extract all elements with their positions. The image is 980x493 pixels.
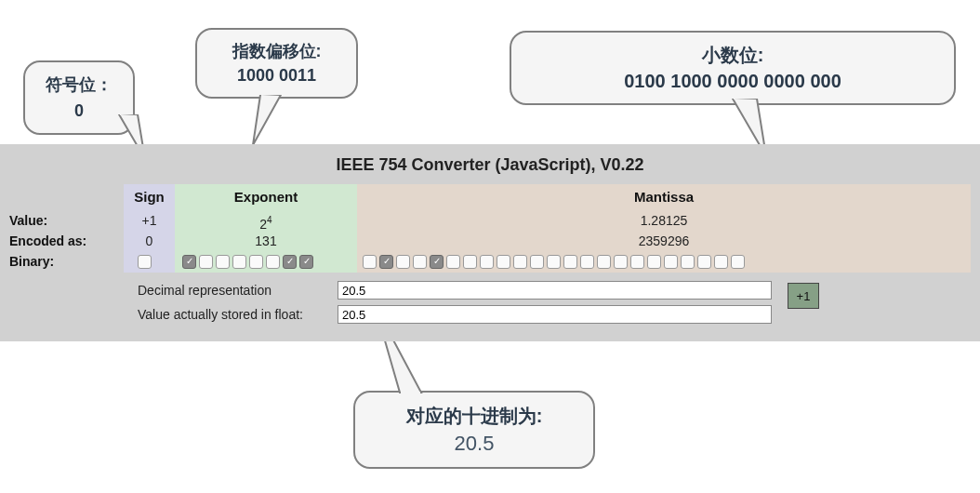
mantissa-bit-8[interactable] [497, 255, 510, 269]
exponent-bit-6[interactable] [283, 255, 297, 269]
row-labels: Value: Encoded as: Binary: [9, 210, 86, 272]
exponent-encoded: 131 [175, 231, 357, 251]
exponent-bit-3[interactable] [232, 255, 246, 269]
mantissa-bit-2[interactable] [396, 255, 410, 269]
inputs-area: Decimal representation Value actually st… [138, 279, 956, 327]
callout-decimal-label: 对应的十进制为: [372, 402, 576, 430]
label-binary: Binary: [9, 251, 86, 272]
callout-sign-text: 符号位：0 [46, 75, 113, 120]
mantissa-bit-12[interactable] [563, 255, 577, 269]
label-value: Value: [9, 210, 86, 231]
label-encoded: Encoded as: [9, 231, 86, 251]
mantissa-value: 1.28125 [357, 210, 971, 231]
exponent-bit-0[interactable] [182, 255, 196, 269]
exponent-bit-4[interactable] [249, 255, 263, 269]
callout-mantissa: 小数位: 0100 1000 0000 0000 000 [510, 31, 956, 105]
callout-exponent-bits: 1000 0011 [214, 63, 339, 87]
mantissa-bit-22[interactable] [731, 255, 745, 269]
mantissa-bit-11[interactable] [547, 255, 561, 269]
sign-encoded: 0 [124, 231, 175, 251]
mantissa-bit-20[interactable] [697, 255, 711, 269]
callout-exponent: 指数偏移位: 1000 0011 [195, 28, 358, 99]
exponent-bit-5[interactable] [266, 255, 280, 269]
mantissa-bit-18[interactable] [664, 255, 678, 269]
callout-decimal: 对应的十进制为: 20.5 [353, 391, 595, 469]
svg-marker-2 [253, 95, 281, 145]
exponent-header: Exponent [175, 184, 357, 210]
mantissa-bit-9[interactable] [513, 255, 527, 269]
exponent-bit-2[interactable] [216, 255, 230, 269]
exponent-bit-1[interactable] [199, 255, 213, 269]
sign-value: +1 [124, 210, 175, 231]
exponent-bit-7[interactable] [299, 255, 313, 269]
mantissa-bits-row [363, 251, 745, 272]
mantissa-bit-10[interactable] [530, 255, 544, 269]
exponent-value: 24 [175, 210, 357, 231]
converter-title: IEEE 754 Converter (JavaScript), V0.22 [0, 155, 980, 175]
stored-value-input[interactable] [338, 305, 772, 324]
callout-mantissa-bits: 0100 1000 0000 0000 000 [528, 68, 937, 94]
mantissa-bit-5[interactable] [446, 255, 460, 269]
mantissa-bit-7[interactable] [480, 255, 494, 269]
callout-sign: 符号位：0 [23, 60, 135, 135]
mantissa-bit-17[interactable] [647, 255, 661, 269]
mantissa-bit-4[interactable] [430, 255, 444, 269]
mantissa-encoded: 2359296 [357, 231, 971, 251]
mantissa-bit-13[interactable] [580, 255, 594, 269]
increment-button[interactable]: +1 [788, 283, 819, 309]
mantissa-bit-14[interactable] [597, 255, 611, 269]
decimal-repr-label: Decimal representation [138, 283, 338, 298]
callout-decimal-value: 20.5 [372, 430, 576, 458]
converter-panel: IEEE 754 Converter (JavaScript), V0.22 V… [0, 144, 980, 341]
sign-bits-row [138, 251, 152, 272]
sign-bit-0[interactable] [138, 255, 152, 269]
callout-mantissa-label: 小数位: [528, 42, 937, 68]
mantissa-bit-0[interactable] [363, 255, 377, 269]
decimal-repr-input[interactable] [338, 281, 772, 300]
mantissa-bit-1[interactable] [379, 255, 393, 269]
mantissa-bit-19[interactable] [681, 255, 695, 269]
mantissa-bit-6[interactable] [463, 255, 477, 269]
callout-exponent-label: 指数偏移位: [214, 39, 339, 63]
mantissa-bit-3[interactable] [413, 255, 427, 269]
mantissa-bit-21[interactable] [714, 255, 728, 269]
exponent-power: 4 [267, 215, 272, 225]
mantissa-bit-15[interactable] [614, 255, 628, 269]
increment-button-label: +1 [797, 289, 811, 303]
mantissa-header: Mantissa [357, 184, 971, 210]
mantissa-bit-16[interactable] [630, 255, 644, 269]
exponent-bits-row [182, 251, 313, 272]
callout-exponent-tail [244, 95, 299, 151]
stored-value-label: Value actually stored in float: [138, 307, 338, 322]
sign-header: Sign [124, 184, 175, 210]
exponent-base: 2 [259, 217, 267, 232]
